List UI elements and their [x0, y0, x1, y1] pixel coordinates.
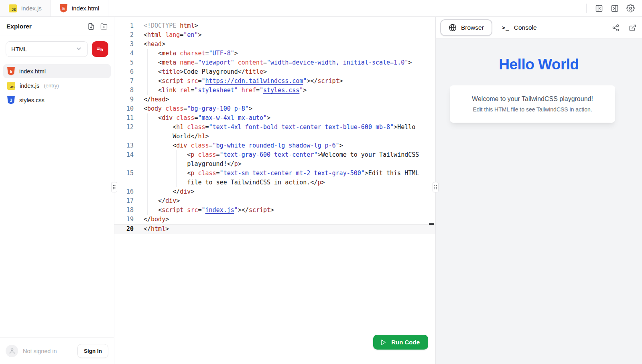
code-text: <h1 class="text-4xl font-bold text-cente…	[173, 123, 435, 141]
tab-label: index.js	[21, 5, 42, 12]
code-line-16[interactable]: 16</div>	[114, 187, 435, 196]
line-number: 1	[114, 21, 144, 30]
code-line-6[interactable]: 6<title>Code Playground</title>	[114, 67, 435, 77]
line-number: 18	[114, 206, 144, 215]
line-number: 10	[114, 104, 144, 113]
line-number: 3	[114, 40, 144, 49]
sign-in-button[interactable]: Sign In	[77, 344, 108, 358]
tab-console-label: Console	[514, 24, 537, 31]
code-line-19[interactable]: 19</body>	[114, 215, 435, 224]
file-row-index.html[interactable]: 5index.html	[3, 64, 111, 78]
code-text: <script src="https://cdn.tailwindcss.com…	[158, 77, 435, 86]
code-line-20[interactable]: 20</html>	[114, 224, 435, 234]
file-name: index.html	[19, 68, 46, 75]
code-line-3[interactable]: 3<head>	[114, 40, 435, 49]
line-number: 16	[114, 187, 144, 196]
line-number: 7	[114, 77, 144, 86]
code-line-7[interactable]: 7<script src="https://cdn.tailwindcss.co…	[114, 77, 435, 86]
divider	[586, 4, 587, 13]
code-text: <title>Code Playground</title>	[158, 67, 435, 77]
code-line-8[interactable]: 8<link rel="stylesheet" href="styles.css…	[114, 86, 435, 95]
code-text: <head>	[144, 40, 435, 49]
html-file-icon: 5	[7, 67, 15, 75]
code-text: </div>	[158, 196, 435, 206]
format-html-button[interactable]: 5	[92, 41, 108, 57]
user-avatar-icon	[6, 345, 18, 357]
tab-browser-label: Browser	[461, 24, 484, 31]
code-line-10[interactable]: 10<body class="bg-gray-100 p-8">	[114, 104, 435, 113]
code-line-14[interactable]: 14<p class="text-gray-600 text-center">W…	[114, 150, 435, 169]
share-icon[interactable]	[612, 24, 620, 32]
template-select[interactable]: HTML	[6, 41, 88, 57]
file-list: 5index.htmlJSindex.js(entry)3styles.css	[0, 62, 114, 109]
left-pane-resize-handle[interactable]	[111, 182, 117, 192]
browser-preview: Hello World Welcome to your TailwindCSS …	[436, 39, 642, 364]
line-number: 11	[114, 113, 144, 123]
code-text: <!DOCTYPE html>	[144, 21, 435, 30]
code-line-12[interactable]: 12<h1 class="text-4xl font-bold text-cen…	[114, 123, 435, 141]
line-number: 17	[114, 196, 144, 206]
code-text: <link rel="stylesheet" href="styles.css"…	[158, 86, 435, 95]
terminal-icon: >_	[502, 24, 510, 31]
code-text: </head>	[144, 95, 435, 104]
tab-index-js[interactable]: JS index.js	[0, 0, 51, 16]
signin-status: Not signed in	[23, 348, 57, 354]
explorer-sidebar: Explorer HTML 5	[0, 17, 114, 364]
code-line-5[interactable]: 5<meta name="viewport" content="width=de…	[114, 58, 435, 67]
code-text: <script src="index.js"></script>	[158, 206, 435, 215]
indent-guides	[144, 169, 191, 187]
indent-guides	[144, 141, 176, 150]
code-text: <body class="bg-gray-100 p-8">	[144, 104, 435, 113]
preview-card-line2: Edit this HTML file to see TailwindCSS i…	[457, 106, 608, 113]
code-line-1[interactable]: 1<!DOCTYPE html>	[114, 21, 435, 30]
indent-guides	[144, 187, 176, 196]
code-line-4[interactable]: 4<meta charset="UTF-8">	[114, 49, 435, 58]
new-folder-icon[interactable]	[100, 23, 108, 30]
code-editor[interactable]: 1<!DOCTYPE html>2<html lang="en">3<head>…	[114, 17, 436, 364]
code-text: <meta name="viewport" content="width=dev…	[158, 58, 435, 67]
line-number: 9	[114, 95, 144, 104]
line-number: 12	[114, 123, 144, 141]
code-lines: 1<!DOCTYPE html>2<html lang="en">3<head>…	[114, 21, 435, 234]
code-line-18[interactable]: 18<script src="index.js"></script>	[114, 206, 435, 215]
tab-console[interactable]: >_ Console	[496, 20, 543, 35]
window-actions	[586, 0, 642, 16]
code-line-2[interactable]: 2<html lang="en">	[114, 30, 435, 40]
top-tab-bar: JS index.js 5 index.html	[0, 0, 642, 17]
line-number: 15	[114, 169, 144, 187]
preview-panel: Browser >_ Console Hello World Welcome t…	[436, 17, 642, 364]
tab-label: index.html	[72, 5, 99, 12]
account-footer: Not signed in Sign In	[0, 338, 114, 364]
collapse-left-panel-icon[interactable]	[595, 4, 603, 12]
run-code-button[interactable]: Run Code	[373, 335, 428, 350]
code-line-13[interactable]: 13<div class="bg-white rounded-lg shadow…	[114, 141, 435, 150]
code-text: <div class="max-w-4xl mx-auto">	[158, 113, 435, 123]
file-row-index.js[interactable]: JSindex.js(entry)	[3, 79, 111, 93]
right-pane-resize-handle[interactable]	[433, 182, 439, 192]
file-name: styles.css	[19, 97, 45, 103]
code-line-17[interactable]: 17</div>	[114, 196, 435, 206]
html-file-icon: 5	[60, 4, 67, 12]
code-text: <p class="text-gray-600 text-center">Wel…	[187, 150, 435, 169]
line-number: 19	[114, 215, 144, 224]
collapse-right-panel-icon[interactable]	[611, 4, 619, 12]
line-number: 4	[114, 49, 144, 58]
indent-guides	[144, 123, 176, 141]
line-number: 6	[114, 67, 144, 77]
js-file-icon: JS	[7, 82, 15, 90]
file-row-styles.css[interactable]: 3styles.css	[3, 93, 111, 107]
code-line-11[interactable]: 11<div class="max-w-4xl mx-auto">	[114, 113, 435, 123]
new-file-icon[interactable]	[87, 23, 95, 30]
play-icon	[380, 339, 386, 346]
file-name: index.js	[20, 83, 39, 89]
code-text: <meta charset="UTF-8">	[158, 49, 435, 58]
external-link-icon[interactable]	[629, 24, 636, 32]
settings-gear-icon[interactable]	[626, 4, 635, 12]
editor-tabs: JS index.js 5 index.html	[0, 0, 108, 16]
code-line-15[interactable]: 15<p class="text-sm text-center mt-2 tex…	[114, 169, 435, 187]
code-line-9[interactable]: 9</head>	[114, 95, 435, 104]
code-text: <html lang="en">	[144, 30, 435, 40]
tab-browser[interactable]: Browser	[440, 19, 492, 36]
file-entry-badge: (entry)	[44, 83, 59, 89]
tab-index-html[interactable]: 5 index.html	[51, 0, 108, 16]
